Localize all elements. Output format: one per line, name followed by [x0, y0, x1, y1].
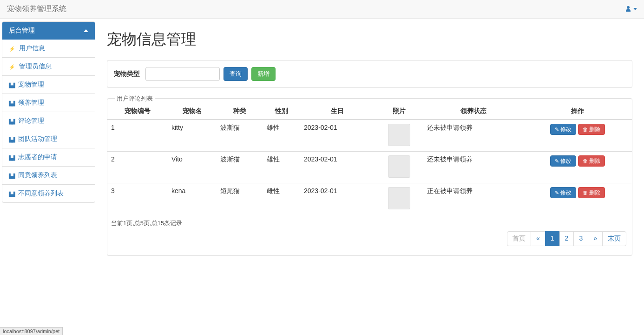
sidebar-item[interactable]: 领养管理	[2, 94, 95, 112]
cell-actions: 修改删除	[523, 120, 632, 152]
pencil-icon	[555, 126, 559, 133]
top-navbar: 宠物领养管理系统	[0, 0, 644, 19]
cell-status: 还未被申请领养	[423, 120, 523, 152]
pagination: 首页«123»末页	[107, 231, 631, 249]
page-title: 宠物信息管理	[107, 29, 632, 50]
cell-status: 还未被申请领养	[423, 152, 523, 183]
sidebar-item-label: 领养管理	[18, 99, 44, 107]
th-gender: 性别	[263, 103, 300, 120]
sidebar-item-label: 不同意领养列表	[18, 189, 64, 198]
cell-birthday: 2023-02-01	[300, 183, 375, 215]
sidebar-item[interactable]: 评论管理	[2, 112, 95, 130]
edit-button[interactable]: 修改	[550, 124, 576, 135]
main-content: 宠物信息管理 宠物类型 查询 新增 用户评论列表 宠物编号 宠物名 种类 性别 …	[95, 19, 644, 263]
cell-gender: 雄性	[263, 120, 300, 152]
add-button[interactable]: 新增	[251, 67, 276, 81]
pagination-summary: 当前1页,总5页,总15条记录	[110, 219, 632, 228]
cell-actions: 修改删除	[523, 152, 632, 183]
bolt-icon	[9, 63, 15, 70]
table-panel: 用户评论列表 宠物编号 宠物名 种类 性别 生日 照片 领养状态 操作 1kit…	[107, 98, 632, 256]
sidebar-item-label: 同意领养列表	[18, 171, 57, 180]
sidebar-item-label: 评论管理	[18, 117, 44, 125]
th-status: 领养状态	[423, 103, 523, 120]
table-row: 3kena短尾猫雌性2023-02-01正在被申请领养修改删除	[107, 183, 632, 215]
th-id: 宠物编号	[107, 103, 168, 120]
page-number[interactable]: 2	[559, 231, 574, 246]
table-header-row: 宠物编号 宠物名 种类 性别 生日 照片 领养状态 操作	[107, 103, 632, 120]
cell-breed: 短尾猫	[217, 183, 263, 215]
cell-photo	[375, 183, 423, 215]
sidebar-item[interactable]: 志愿者的申请	[2, 148, 95, 166]
cell-photo	[375, 120, 423, 152]
delete-button[interactable]: 删除	[578, 187, 605, 198]
pet-table: 宠物编号 宠物名 种类 性别 生日 照片 领养状态 操作 1kitty波斯猫雄性…	[107, 103, 632, 214]
cell-breed: 波斯猫	[217, 120, 263, 152]
sitemap-icon	[9, 117, 14, 125]
pencil-icon	[555, 158, 559, 164]
cell-breed: 波斯猫	[217, 152, 263, 183]
sitemap-icon	[9, 135, 14, 143]
cell-actions: 修改删除	[523, 183, 632, 215]
filter-label: 宠物类型	[114, 70, 140, 78]
table-row: 2Vito波斯猫雄性2023-02-01还未被申请领养修改删除	[107, 152, 632, 183]
filter-input-pet-type[interactable]	[145, 67, 220, 81]
sitemap-icon	[9, 99, 14, 107]
cell-id: 1	[107, 120, 168, 152]
cell-status: 正在被申请领养	[423, 183, 523, 215]
sidebar-item-label: 团队活动管理	[18, 135, 57, 143]
caret-down-icon	[633, 8, 637, 10]
th-birthday: 生日	[300, 103, 375, 120]
cell-birthday: 2023-02-01	[300, 120, 375, 152]
page-number[interactable]: 3	[573, 231, 588, 246]
trash-icon	[583, 189, 588, 196]
sitemap-icon	[9, 154, 14, 161]
edit-button[interactable]: 修改	[550, 155, 576, 167]
sidebar-item[interactable]: 宠物管理	[2, 75, 95, 94]
th-action: 操作	[523, 103, 632, 120]
sidebar-heading-label: 后台管理	[9, 27, 35, 35]
sidebar-list: 用户信息管理员信息宠物管理领养管理评论管理团队活动管理志愿者的申请同意领养列表不…	[2, 40, 95, 202]
sidebar-item[interactable]: 团队活动管理	[2, 130, 95, 148]
chevron-up-icon	[84, 29, 88, 32]
cell-gender: 雌性	[263, 183, 300, 215]
sidebar-item-label: 管理员信息	[19, 62, 52, 71]
page-number[interactable]: 1	[545, 231, 560, 246]
page-next[interactable]: »	[588, 231, 603, 246]
page-first[interactable]: 首页	[507, 231, 531, 246]
page-last[interactable]: 末页	[602, 231, 626, 246]
user-icon	[625, 6, 631, 12]
filter-panel: 宠物类型 查询 新增	[107, 60, 632, 88]
app-title: 宠物领养管理系统	[7, 4, 66, 14]
sitemap-icon	[9, 81, 14, 88]
cell-name: kena	[168, 183, 217, 215]
edit-button[interactable]: 修改	[550, 187, 576, 198]
delete-button[interactable]: 删除	[578, 155, 605, 167]
sidebar-panel: 后台管理 用户信息管理员信息宠物管理领养管理评论管理团队活动管理志愿者的申请同意…	[2, 21, 95, 203]
sidebar-item[interactable]: 用户信息	[2, 40, 95, 57]
search-button[interactable]: 查询	[223, 67, 248, 81]
table-row: 1kitty波斯猫雄性2023-02-01还未被申请领养修改删除	[107, 120, 632, 152]
sidebar-item[interactable]: 不同意领养列表	[2, 184, 95, 202]
pet-photo	[388, 155, 410, 178]
bolt-icon	[9, 45, 15, 52]
pencil-icon	[555, 189, 559, 196]
sidebar-item[interactable]: 管理员信息	[2, 57, 95, 75]
sidebar-item[interactable]: 同意领养列表	[2, 166, 95, 184]
delete-button[interactable]: 删除	[578, 124, 605, 135]
pet-photo	[388, 187, 410, 209]
trash-icon	[583, 126, 588, 133]
cell-name: Vito	[168, 152, 217, 183]
cell-id: 3	[107, 183, 168, 215]
cell-name: kitty	[168, 120, 217, 152]
sidebar-heading[interactable]: 后台管理	[2, 22, 95, 40]
sitemap-icon	[9, 172, 14, 179]
sidebar-item-label: 宠物管理	[18, 80, 44, 89]
cell-gender: 雄性	[263, 152, 300, 183]
page-prev[interactable]: «	[531, 231, 545, 246]
cell-birthday: 2023-02-01	[300, 152, 375, 183]
pet-photo	[388, 124, 410, 146]
th-name: 宠物名	[168, 103, 217, 120]
table-legend: 用户评论列表	[115, 94, 155, 103]
user-menu-toggle[interactable]	[625, 6, 637, 12]
cell-photo	[375, 152, 423, 183]
